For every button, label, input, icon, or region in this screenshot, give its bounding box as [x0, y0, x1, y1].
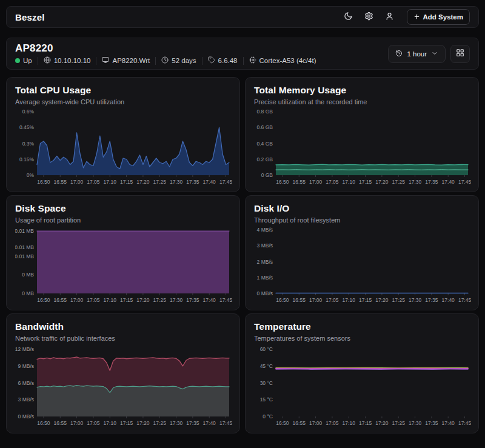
svg-text:17:40: 17:40	[442, 420, 455, 426]
user-icon	[385, 12, 394, 23]
svg-text:17:45: 17:45	[219, 297, 232, 303]
chart-title: Total CPU Usage	[15, 85, 231, 96]
svg-text:16:50: 16:50	[276, 297, 289, 303]
svg-text:1 MB/s: 1 MB/s	[257, 275, 273, 281]
svg-text:0 °C: 0 °C	[263, 413, 273, 420]
svg-text:17:30: 17:30	[409, 179, 422, 185]
svg-text:17:10: 17:10	[343, 420, 356, 426]
svg-text:9 MB/s: 9 MB/s	[18, 363, 34, 369]
system-kernel-value: 6.6.48	[218, 57, 238, 64]
svg-text:17:15: 17:15	[120, 420, 133, 426]
system-info-bar: AP8220 Up 10.10.10.10	[6, 38, 479, 70]
svg-text:17:25: 17:25	[392, 420, 406, 426]
chart-subtitle: Usage of root partition	[15, 216, 231, 224]
svg-text:0.3%: 0.3%	[22, 141, 35, 147]
svg-text:17:00: 17:00	[309, 297, 323, 303]
svg-text:17:45: 17:45	[458, 179, 471, 185]
svg-text:17:25: 17:25	[153, 297, 167, 303]
svg-text:17:40: 17:40	[442, 179, 455, 185]
svg-text:16:50: 16:50	[37, 420, 50, 426]
disk-io-chart[interactable]: 4 MB/s3 MB/s2 MB/s1 MB/s0 MB/s16:5016:55…	[254, 226, 471, 306]
svg-text:0.01 MB: 0.01 MB	[15, 228, 34, 234]
system-uptime: 52 days	[161, 56, 196, 65]
svg-text:17:20: 17:20	[136, 179, 150, 185]
svg-text:17:15: 17:15	[359, 179, 372, 185]
system-controls: 1 hour	[388, 45, 470, 63]
user-menu-button[interactable]	[384, 11, 396, 23]
chart-title: Bandwidth	[15, 321, 231, 332]
divider	[38, 57, 38, 65]
svg-text:17:15: 17:15	[359, 420, 372, 426]
svg-text:17:00: 17:00	[309, 420, 323, 426]
svg-text:30 °C: 30 °C	[260, 380, 273, 386]
bandwidth-card: Bandwidth Network traffic of public inte…	[6, 313, 240, 433]
system-hostname: AP8220.Wrt	[102, 56, 150, 65]
svg-text:0.4 GB: 0.4 GB	[257, 141, 273, 147]
svg-text:17:15: 17:15	[120, 297, 133, 303]
theme-toggle-button[interactable]	[343, 11, 355, 23]
svg-text:17:10: 17:10	[104, 297, 117, 303]
svg-text:17:30: 17:30	[170, 420, 183, 426]
chart-title: Temperature	[254, 321, 470, 332]
disk-io-card: Disk I/O Throughput of root filesystem 4…	[245, 195, 479, 310]
app-logo: Beszel	[15, 12, 45, 22]
svg-text:17:45: 17:45	[219, 179, 232, 185]
status-badge: Up	[15, 57, 32, 64]
svg-text:17:35: 17:35	[425, 179, 438, 185]
settings-button[interactable]	[363, 11, 375, 23]
chart-title: Disk I/O	[254, 203, 470, 214]
cpu-usage-chart[interactable]: 0.6%0.45%0.3%0.15%0%16:5016:5517:0017:05…	[15, 108, 232, 188]
svg-text:17:10: 17:10	[343, 297, 356, 303]
memory-usage-chart[interactable]: 0.8 GB0.6 GB0.4 GB0.2 GB0 GB16:5016:5517…	[254, 108, 471, 188]
svg-text:4 MB/s: 4 MB/s	[257, 227, 273, 233]
svg-text:17:40: 17:40	[203, 179, 216, 185]
svg-text:17:10: 17:10	[343, 179, 356, 185]
system-kernel: 6.6.48	[208, 56, 238, 65]
dashboard: Beszel Add System	[0, 0, 485, 440]
svg-text:17:00: 17:00	[70, 297, 84, 303]
svg-text:17:35: 17:35	[425, 420, 438, 426]
svg-text:3 MB/s: 3 MB/s	[257, 242, 273, 249]
svg-text:0.6 GB: 0.6 GB	[257, 124, 273, 130]
svg-text:17:20: 17:20	[136, 297, 150, 303]
bandwidth-chart[interactable]: 12 MB/s9 MB/s6 MB/s3 MB/s0 MB/s16:5016:5…	[15, 346, 232, 429]
svg-text:17:10: 17:10	[104, 179, 117, 185]
disk-space-chart[interactable]: 0.01 MB0.01 MB0.01 MB0 MB0 MB16:5016:551…	[15, 226, 232, 306]
add-system-button[interactable]: Add System	[407, 9, 470, 25]
cpu-usage-card: Total CPU Usage Average system-wide CPU …	[6, 77, 240, 192]
svg-text:12 MB/s: 12 MB/s	[15, 346, 34, 352]
svg-text:16:55: 16:55	[293, 420, 306, 426]
svg-text:17:10: 17:10	[104, 420, 117, 426]
svg-text:17:25: 17:25	[153, 420, 167, 426]
svg-text:0%: 0%	[27, 172, 35, 178]
svg-text:17:15: 17:15	[359, 297, 372, 303]
layout-grid-button[interactable]	[450, 45, 470, 63]
divider	[96, 57, 96, 65]
chart-title: Total Memory Usage	[254, 85, 470, 96]
system-ip: 10.10.10.10	[44, 56, 91, 65]
svg-text:0 GB: 0 GB	[261, 172, 273, 178]
chart-subtitle: Throughput of root filesystem	[254, 216, 470, 224]
svg-text:0.2 GB: 0.2 GB	[257, 156, 273, 162]
time-range-value: 1 hour	[407, 50, 427, 58]
svg-text:16:50: 16:50	[37, 297, 50, 303]
divider	[155, 57, 156, 65]
temperature-chart[interactable]: 60 °C45 °C30 °C15 °C0 °C16:5016:5517:001…	[254, 346, 471, 429]
svg-text:45 °C: 45 °C	[260, 363, 273, 369]
svg-text:0.15%: 0.15%	[19, 156, 35, 162]
layout-grid-icon	[456, 48, 464, 59]
svg-text:17:35: 17:35	[186, 297, 199, 303]
svg-text:17:05: 17:05	[87, 297, 100, 303]
svg-text:3 MB/s: 3 MB/s	[18, 396, 34, 403]
moon-icon	[344, 12, 353, 23]
svg-text:0.45%: 0.45%	[19, 124, 35, 130]
svg-text:0.8 GB: 0.8 GB	[257, 109, 273, 115]
time-range-select[interactable]: 1 hour	[388, 45, 446, 63]
svg-text:17:25: 17:25	[392, 179, 406, 185]
svg-text:16:50: 16:50	[276, 179, 289, 185]
divider	[202, 57, 202, 65]
svg-text:0 MB: 0 MB	[22, 272, 34, 278]
svg-text:17:20: 17:20	[375, 179, 389, 185]
svg-text:16:55: 16:55	[293, 179, 306, 185]
svg-text:17:45: 17:45	[458, 297, 471, 303]
